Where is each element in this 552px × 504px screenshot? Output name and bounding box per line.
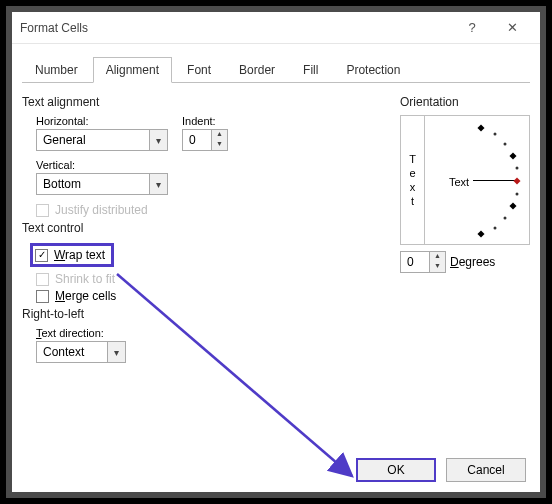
indent-label: Indent: (182, 115, 228, 127)
rtl-label: Right-to-left (22, 307, 380, 321)
checkbox-icon (36, 290, 49, 303)
help-button[interactable]: ? (452, 13, 492, 43)
vertical-value: Bottom (37, 177, 149, 191)
tab-alignment[interactable]: Alignment (93, 57, 172, 83)
horizontal-combo[interactable]: General ▾ (36, 129, 168, 151)
orientation-control[interactable]: Text Text (400, 115, 530, 245)
horizontal-value: General (37, 133, 149, 147)
wrap-text-checkbox[interactable]: ✓ (35, 249, 48, 262)
wrap-text-label: Wrap text (54, 248, 105, 262)
text-direction-label: Text direction: (36, 327, 380, 339)
degrees-spinner[interactable]: 0 ▲▼ (400, 251, 446, 273)
tab-fill[interactable]: Fill (290, 57, 331, 83)
orientation-handle-icon[interactable] (513, 177, 520, 184)
cancel-button[interactable]: Cancel (446, 458, 526, 482)
checkbox-icon (36, 273, 49, 286)
spinner-down-icon[interactable]: ▼ (212, 140, 227, 150)
text-control-label: Text control (22, 221, 380, 235)
justify-distributed-checkbox: Justify distributed (36, 203, 380, 217)
chevron-down-icon: ▾ (149, 174, 167, 194)
chevron-down-icon: ▾ (107, 342, 125, 362)
indent-spinner[interactable]: 0 ▲▼ (182, 129, 228, 151)
degrees-label: Degrees (450, 255, 495, 269)
format-cells-dialog: Format Cells ? ✕ Number Alignment Font B… (12, 12, 540, 492)
orientation-label: Orientation (400, 95, 530, 109)
degrees-value: 0 (401, 255, 429, 269)
spinner-up-icon[interactable]: ▲ (212, 130, 227, 140)
tab-number[interactable]: Number (22, 57, 91, 83)
horizontal-label: Horizontal: (36, 115, 168, 127)
indent-value: 0 (183, 133, 211, 147)
vertical-text-button[interactable]: Text (401, 116, 425, 244)
shrink-to-fit-checkbox: Shrink to fit (36, 272, 380, 286)
text-direction-combo[interactable]: Context ▾ (36, 341, 126, 363)
checkbox-icon (36, 204, 49, 217)
chevron-down-icon: ▾ (149, 130, 167, 150)
ok-button[interactable]: OK (356, 458, 436, 482)
tab-strip: Number Alignment Font Border Fill Protec… (22, 56, 530, 83)
tab-font[interactable]: Font (174, 57, 224, 83)
text-alignment-label: Text alignment (22, 95, 380, 109)
orientation-dial[interactable]: Text (425, 116, 529, 244)
vertical-combo[interactable]: Bottom ▾ (36, 173, 168, 195)
tab-border[interactable]: Border (226, 57, 288, 83)
window-title: Format Cells (20, 21, 88, 35)
vertical-label: Vertical: (36, 159, 380, 171)
titlebar: Format Cells ? ✕ (12, 12, 540, 44)
wrap-text-highlight: ✓ Wrap text (30, 243, 114, 267)
orientation-text: Text (449, 176, 469, 188)
text-direction-value: Context (37, 345, 107, 359)
spinner-up-icon[interactable]: ▲ (430, 252, 445, 262)
merge-cells-checkbox[interactable]: Merge cells (36, 289, 380, 303)
spinner-down-icon[interactable]: ▼ (430, 262, 445, 272)
tab-protection[interactable]: Protection (333, 57, 413, 83)
close-button[interactable]: ✕ (492, 13, 532, 43)
